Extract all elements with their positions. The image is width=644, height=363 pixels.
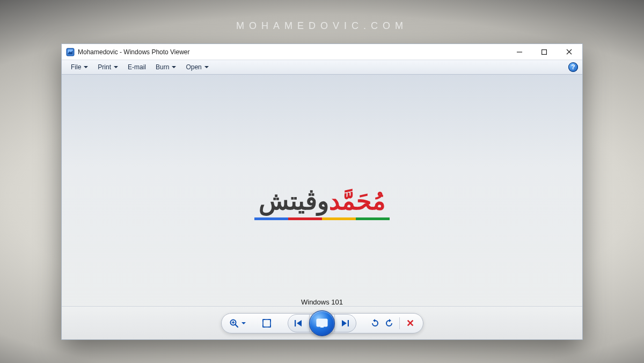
- minimize-button[interactable]: [507, 45, 532, 60]
- logo-text-red: مُحَمَّد: [329, 187, 386, 215]
- menu-print[interactable]: Print: [93, 60, 123, 74]
- next-icon: [341, 320, 349, 327]
- window-title: Mohamedovic - Windows Photo Viewer: [78, 48, 507, 56]
- page-watermark: MOHAMEDOVIC.COM: [236, 20, 408, 32]
- menu-label: E-mail: [128, 63, 146, 71]
- menu-open[interactable]: Open: [181, 60, 213, 74]
- svg-rect-11: [263, 320, 270, 327]
- controls-footer: ✕: [62, 306, 582, 339]
- chevron-down-icon: [84, 66, 88, 68]
- nav-group: [288, 314, 356, 332]
- slideshow-button[interactable]: [309, 310, 335, 336]
- logo: مُحَمَّدوڤيتش: [254, 188, 390, 220]
- rotate-cw-icon: [384, 318, 394, 328]
- zoom-in-icon: [229, 318, 239, 328]
- logo-text-grey: وڤيتش: [259, 187, 329, 215]
- svg-line-8: [235, 324, 238, 327]
- control-pill: ✕: [221, 313, 423, 333]
- chevron-down-icon: [172, 66, 176, 68]
- logo-text: مُحَمَّدوڤيتش: [259, 188, 386, 213]
- menu-burn[interactable]: Burn: [151, 60, 181, 74]
- logo-underline: [254, 217, 390, 220]
- rotate-ccw-button[interactable]: [370, 314, 380, 333]
- svg-rect-4: [542, 49, 547, 54]
- delete-icon: ✕: [406, 317, 414, 329]
- chevron-down-icon: [204, 66, 209, 68]
- svg-rect-15: [348, 320, 349, 326]
- previous-button[interactable]: [288, 315, 310, 332]
- rotate-cw-button[interactable]: [384, 314, 394, 333]
- chevron-down-icon: [114, 66, 118, 68]
- help-button[interactable]: ?: [568, 62, 578, 72]
- menu-label: Print: [98, 63, 111, 71]
- titlebar: Mohamedovic - Windows Photo Viewer: [62, 44, 582, 60]
- next-button[interactable]: [334, 315, 356, 332]
- fit-to-window-button[interactable]: [262, 314, 272, 333]
- chevron-down-icon: [241, 322, 246, 324]
- slideshow-icon: [316, 318, 328, 328]
- image-caption: Windows 101: [62, 298, 582, 306]
- zoom-button[interactable]: [229, 314, 246, 333]
- photo-viewer-window: Mohamedovic - Windows Photo Viewer File …: [61, 43, 583, 340]
- close-button[interactable]: [557, 45, 581, 60]
- previous-icon: [294, 320, 303, 327]
- image-viewport: مُحَمَّدوڤيتش Windows 101: [62, 75, 582, 339]
- svg-rect-13: [317, 319, 327, 326]
- svg-rect-12: [295, 320, 296, 326]
- maximize-button[interactable]: [532, 45, 557, 60]
- menu-email[interactable]: E-mail: [123, 60, 151, 74]
- delete-button[interactable]: ✕: [405, 314, 415, 333]
- menu-label: File: [71, 63, 81, 71]
- menu-label: Open: [186, 63, 201, 71]
- svg-rect-14: [320, 326, 324, 328]
- menu-label: Burn: [156, 63, 169, 71]
- separator: [399, 317, 400, 329]
- fit-icon: [262, 318, 272, 328]
- rotate-ccw-icon: [370, 318, 380, 328]
- menubar: File Print E-mail Burn Open ?: [62, 60, 582, 75]
- menu-file[interactable]: File: [66, 60, 93, 74]
- help-icon: ?: [571, 63, 575, 71]
- app-icon: [66, 48, 75, 56]
